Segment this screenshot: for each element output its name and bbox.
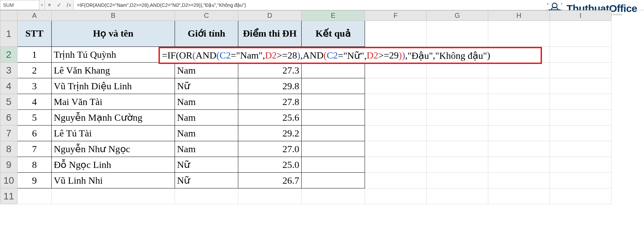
cell-H10[interactable] bbox=[488, 173, 550, 188]
cell-H1[interactable] bbox=[488, 21, 550, 47]
row-header-3[interactable]: 3 bbox=[0, 63, 17, 78]
col-header-I[interactable]: I bbox=[550, 11, 611, 21]
cell-E11[interactable] bbox=[302, 188, 365, 204]
cell-I9[interactable] bbox=[550, 157, 611, 173]
cell-G3[interactable] bbox=[427, 63, 488, 78]
cell-G1[interactable] bbox=[427, 21, 488, 47]
cell-B5[interactable]: Mai Văn Tài bbox=[52, 94, 175, 110]
cell-F1[interactable] bbox=[365, 21, 427, 47]
cell-A8[interactable]: 7 bbox=[17, 141, 52, 157]
cell-D1[interactable]: Điểm thi ĐH bbox=[238, 21, 302, 47]
cell-C11[interactable] bbox=[175, 188, 238, 204]
select-all-corner[interactable] bbox=[0, 11, 17, 21]
cell-E4[interactable] bbox=[302, 78, 365, 94]
cell-D8[interactable]: 27.0 bbox=[238, 141, 302, 157]
cell-C1[interactable]: Giới tính bbox=[175, 21, 238, 47]
enter-icon[interactable]: ✓ bbox=[54, 0, 64, 10]
cell-D9[interactable]: 25.0 bbox=[238, 157, 302, 173]
row-header-8[interactable]: 8 bbox=[0, 141, 17, 157]
cell-F9[interactable] bbox=[365, 157, 427, 173]
cell-B1[interactable]: Họ và tên bbox=[52, 21, 175, 47]
cell-D4[interactable]: 29.8 bbox=[238, 78, 302, 94]
cell-C4[interactable]: Nữ bbox=[175, 78, 238, 94]
cell-F10[interactable] bbox=[365, 173, 427, 188]
cell-B10[interactable]: Vũ Linh Nhi bbox=[52, 173, 175, 188]
cell-D7[interactable]: 29.2 bbox=[238, 126, 302, 141]
cell-B2[interactable]: Trịnh Tú Quỳnh bbox=[52, 47, 175, 63]
cell-F8[interactable] bbox=[365, 141, 427, 157]
cell-D5[interactable]: 27.8 bbox=[238, 94, 302, 110]
cell-A6[interactable]: 5 bbox=[17, 110, 52, 126]
name-box-dropdown-icon[interactable]: ▾ bbox=[39, 0, 45, 10]
cell-I8[interactable] bbox=[550, 141, 611, 157]
cell-F7[interactable] bbox=[365, 126, 427, 141]
row-header-11[interactable]: 11 bbox=[0, 188, 17, 204]
cell-H3[interactable] bbox=[488, 63, 550, 78]
cell-E9[interactable] bbox=[302, 157, 365, 173]
cell-C3[interactable]: Nam bbox=[175, 63, 238, 78]
cell-C5[interactable]: Nam bbox=[175, 94, 238, 110]
row-header-2[interactable]: 2 bbox=[0, 47, 17, 63]
cell-H8[interactable] bbox=[488, 141, 550, 157]
cell-G11[interactable] bbox=[427, 188, 488, 204]
cell-H4[interactable] bbox=[488, 78, 550, 94]
col-header-D[interactable]: D bbox=[238, 11, 302, 21]
cell-H7[interactable] bbox=[488, 126, 550, 141]
cell-G8[interactable] bbox=[427, 141, 488, 157]
cell-F4[interactable] bbox=[365, 78, 427, 94]
cell-A1[interactable]: STT bbox=[17, 21, 52, 47]
cell-B6[interactable]: Nguyễn Mạnh Cường bbox=[52, 110, 175, 126]
cell-F3[interactable] bbox=[365, 63, 427, 78]
cell-B9[interactable]: Đỗ Ngọc Linh bbox=[52, 157, 175, 173]
cell-I2[interactable] bbox=[550, 47, 611, 63]
cancel-icon[interactable]: ✕ bbox=[45, 0, 54, 10]
cell-C10[interactable]: Nữ bbox=[175, 173, 238, 188]
cell-F11[interactable] bbox=[365, 188, 427, 204]
cell-I10[interactable] bbox=[550, 173, 611, 188]
row-header-4[interactable]: 4 bbox=[0, 78, 17, 94]
cell-C6[interactable]: Nam bbox=[175, 110, 238, 126]
cell-B4[interactable]: Vũ Trịnh Diệu Linh bbox=[52, 78, 175, 94]
cell-G7[interactable] bbox=[427, 126, 488, 141]
col-header-F[interactable]: F bbox=[365, 11, 427, 21]
col-header-G[interactable]: G bbox=[427, 11, 488, 21]
cell-D10[interactable]: 26.7 bbox=[238, 173, 302, 188]
cell-A10[interactable]: 9 bbox=[17, 173, 52, 188]
row-header-5[interactable]: 5 bbox=[0, 94, 17, 110]
cell-B8[interactable]: Nguyễn Như Ngọc bbox=[52, 141, 175, 157]
col-header-H[interactable]: H bbox=[488, 11, 550, 21]
col-header-C[interactable]: C bbox=[175, 11, 238, 21]
cell-A11[interactable] bbox=[17, 188, 52, 204]
cell-I4[interactable] bbox=[550, 78, 611, 94]
cell-D3[interactable]: 27.3 bbox=[238, 63, 302, 78]
row-header-9[interactable]: 9 bbox=[0, 157, 17, 173]
cell-F5[interactable] bbox=[365, 94, 427, 110]
cell-I11[interactable] bbox=[550, 188, 611, 204]
insert-function-icon[interactable]: ƒx bbox=[64, 0, 74, 10]
row-header-1[interactable]: 1 bbox=[0, 21, 17, 47]
col-header-A[interactable]: A bbox=[17, 11, 52, 21]
cell-I3[interactable] bbox=[550, 63, 611, 78]
cell-I5[interactable] bbox=[550, 94, 611, 110]
row-header-10[interactable]: 10 bbox=[0, 173, 17, 188]
cell-E1[interactable]: Kết quả bbox=[302, 21, 365, 47]
cell-A2[interactable]: 1 bbox=[17, 47, 52, 63]
cell-E8[interactable] bbox=[302, 141, 365, 157]
cell-G4[interactable] bbox=[427, 78, 488, 94]
cell-H9[interactable] bbox=[488, 157, 550, 173]
row-header-7[interactable]: 7 bbox=[0, 126, 17, 141]
col-header-E[interactable]: E bbox=[302, 11, 365, 21]
cell-E3[interactable] bbox=[302, 63, 365, 78]
cell-E6[interactable] bbox=[302, 110, 365, 126]
cell-H11[interactable] bbox=[488, 188, 550, 204]
cell-D11[interactable] bbox=[238, 188, 302, 204]
cell-A7[interactable]: 6 bbox=[17, 126, 52, 141]
cell-G9[interactable] bbox=[427, 157, 488, 173]
cell-C7[interactable]: Nam bbox=[175, 126, 238, 141]
cell-H5[interactable] bbox=[488, 94, 550, 110]
cell-B11[interactable] bbox=[52, 188, 175, 204]
cell-B3[interactable]: Lê Văn Khang bbox=[52, 63, 175, 78]
col-header-B[interactable]: B bbox=[52, 11, 175, 21]
row-header-6[interactable]: 6 bbox=[0, 110, 17, 126]
cell-E10[interactable] bbox=[302, 173, 365, 188]
